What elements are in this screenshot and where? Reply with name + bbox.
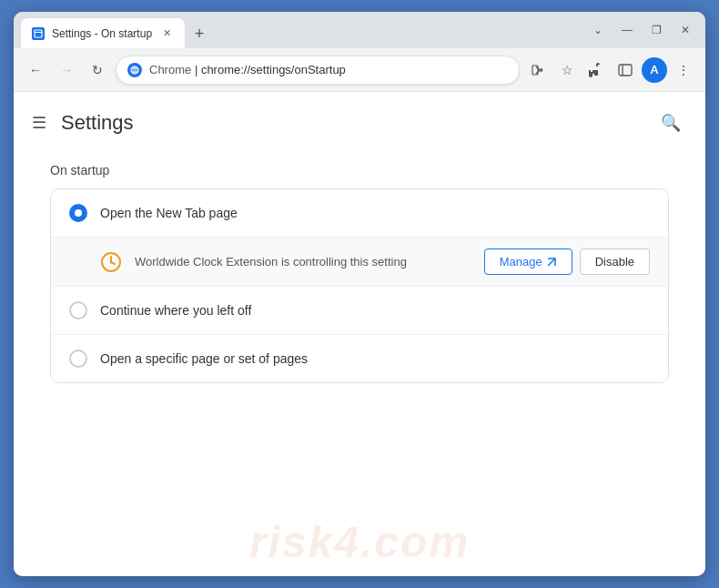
address-input[interactable]: Chrome | chrome://settings/onStartup: [116, 56, 520, 85]
profile-avatar[interactable]: A: [642, 57, 667, 83]
page-title: Settings: [61, 111, 134, 135]
option-label-new-tab: Open the New Tab page: [100, 206, 650, 220]
bookmark-icon[interactable]: ☆: [554, 57, 580, 83]
tab-favicon: [32, 27, 45, 40]
address-bar: ← → ↻ Chrome | chrome://settings/onStart…: [14, 48, 705, 92]
title-bar: Settings - On startup ✕ + ⌄ — ❐ ✕: [14, 12, 705, 48]
option-label-specific: Open a specific page or set of pages: [100, 351, 650, 366]
option-row-specific[interactable]: Open a specific page or set of pages: [51, 334, 668, 382]
url-separator: |: [195, 63, 201, 76]
share-icon[interactable]: [525, 57, 551, 83]
site-favicon: [127, 63, 142, 77]
menu-dots-icon[interactable]: ⋮: [671, 57, 696, 83]
url-scheme: Chrome: [149, 63, 191, 76]
address-text: Chrome | chrome://settings/onStartup: [149, 63, 508, 76]
manage-button[interactable]: Manage: [484, 248, 572, 275]
page-wrapper: ☰ Settings 🔍 On startup Open the New Tab…: [14, 92, 705, 576]
search-button[interactable]: 🔍: [654, 106, 687, 139]
menu-icon[interactable]: ☰: [32, 113, 46, 133]
reload-button[interactable]: ↻: [85, 57, 110, 83]
page-content: ☰ Settings 🔍 On startup Open the New Tab…: [14, 92, 705, 576]
back-button[interactable]: ←: [23, 57, 48, 83]
radio-specific[interactable]: [69, 350, 87, 368]
svg-point-13: [110, 260, 113, 263]
option-row-new-tab[interactable]: Open the New Tab page: [51, 189, 668, 237]
section-label: On startup: [50, 163, 669, 177]
window-chevron-icon[interactable]: ⌄: [585, 17, 611, 43]
close-button[interactable]: ✕: [673, 17, 698, 43]
extension-notice-row: Worldwide Clock Extension is controlling…: [51, 237, 668, 286]
forward-button[interactable]: →: [54, 57, 79, 83]
radio-continue[interactable]: [69, 301, 87, 319]
maximize-button[interactable]: ❐: [643, 17, 669, 43]
settings-title-group: ☰ Settings: [32, 111, 134, 135]
radio-new-tab[interactable]: [69, 204, 87, 222]
options-card: Open the New Tab page Worldwide: [50, 188, 669, 383]
option-label-continue: Continue where you left off: [100, 303, 650, 318]
browser-window: Settings - On startup ✕ + ⌄ — ❐ ✕ ← → ↻: [14, 12, 705, 576]
new-tab-button[interactable]: +: [187, 21, 212, 46]
extensions-icon[interactable]: [583, 57, 609, 83]
minimize-button[interactable]: —: [614, 17, 640, 43]
sidebar-toggle-icon[interactable]: [613, 57, 638, 83]
url-path: chrome://settings/onStartup: [201, 63, 346, 76]
svg-rect-0: [35, 30, 42, 37]
extension-buttons: Manage Disable: [484, 248, 650, 275]
option-row-continue[interactable]: Continue where you left off: [51, 286, 668, 334]
extension-notice-text: Worldwide Clock Extension is controlling…: [135, 255, 471, 269]
extension-clock-icon: [100, 251, 122, 273]
svg-rect-8: [619, 65, 632, 76]
settings-body: On startup Open the New Tab page: [14, 154, 705, 401]
disable-button[interactable]: Disable: [580, 248, 650, 275]
settings-header: ☰ Settings 🔍: [14, 92, 705, 154]
window-controls: ⌄ — ❐ ✕: [585, 17, 698, 48]
active-tab[interactable]: Settings - On startup ✕: [21, 18, 185, 48]
tab-title: Settings - On startup: [52, 27, 152, 40]
toolbar-icons: ☆ A ⋮: [525, 57, 696, 83]
tab-close-button[interactable]: ✕: [159, 26, 174, 41]
